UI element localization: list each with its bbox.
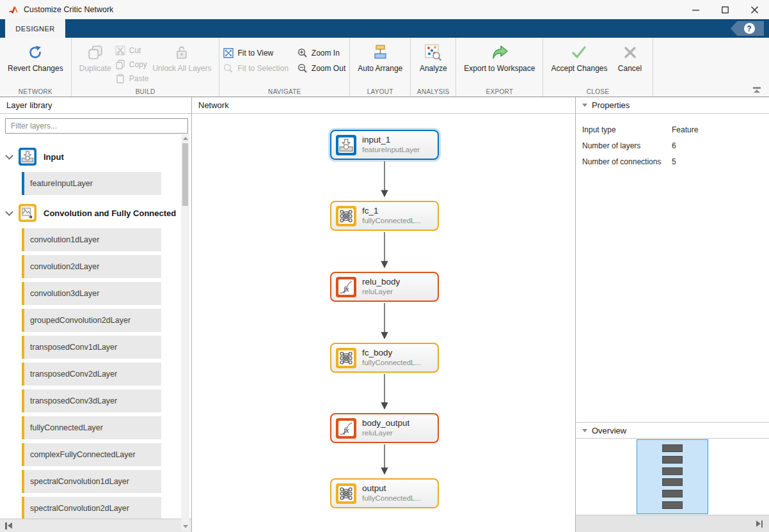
maximize-button[interactable] bbox=[710, 0, 740, 19]
node-relu_body[interactable]: fx relu_body reluLayer bbox=[330, 272, 439, 302]
window-title: Customize Critic Network bbox=[24, 5, 113, 14]
accept-changes-button[interactable]: Accept Changes bbox=[547, 42, 611, 75]
collapse-panel-right-button[interactable] bbox=[756, 520, 763, 528]
node-name: output bbox=[362, 483, 421, 494]
group-label-export: EXPORT bbox=[456, 88, 543, 95]
layer-item-fullyConnectedLayer[interactable]: fullyConnectedLayer bbox=[22, 416, 161, 439]
accent-bar bbox=[22, 172, 24, 195]
layer-item-complexFullyConnectedLayer[interactable]: complexFullyConnectedLayer bbox=[22, 443, 161, 466]
cancel-button[interactable]: Cancel bbox=[612, 42, 649, 75]
chevron-down-icon bbox=[5, 208, 13, 216]
overview-minimap-viewport[interactable] bbox=[637, 439, 708, 514]
copy-button[interactable]: Copy bbox=[115, 59, 149, 70]
category-input[interactable]: Input bbox=[0, 143, 191, 172]
minimize-button[interactable] bbox=[681, 0, 710, 19]
auto-arrange-button[interactable]: Auto Arrange bbox=[354, 42, 406, 75]
zoom-out-label: Zoom Out bbox=[312, 64, 345, 73]
fit-to-view-button[interactable]: Fit to View bbox=[223, 48, 288, 58]
cut-button[interactable]: Cut bbox=[115, 45, 149, 56]
node-output[interactable]: output fullyConnectedL... bbox=[330, 478, 439, 508]
collapse-triangle-icon[interactable] bbox=[582, 104, 587, 107]
toolbar-group-build: Duplicate Cut Copy Paste bbox=[72, 38, 219, 97]
node-name: relu_body bbox=[362, 277, 400, 288]
group-label-close: CLOSE bbox=[543, 88, 652, 95]
scroll-down-icon[interactable] bbox=[183, 525, 188, 528]
fit-to-selection-button[interactable]: Fit to Selection bbox=[223, 63, 288, 74]
node-fc_1[interactable]: fc_1 fullyConnectedL... bbox=[330, 201, 439, 231]
auto-arrange-label: Auto Arrange bbox=[358, 64, 402, 74]
copy-label: Copy bbox=[129, 60, 147, 69]
layer-item-spectralConvolution1dLayer[interactable]: spectralConvolution1dLayer bbox=[22, 470, 161, 493]
layer-item-transposedConv3dLayer[interactable]: transposedConv3dLayer bbox=[22, 389, 161, 412]
overview-title: Overview bbox=[592, 426, 626, 435]
chevron-down-icon bbox=[5, 152, 13, 160]
window-controls bbox=[681, 0, 769, 19]
collapse-ribbon-button[interactable] bbox=[752, 87, 761, 93]
node-fc_body[interactable]: fc_body fullyConnectedL... bbox=[330, 343, 439, 373]
clipboard-buttons: Cut Copy Paste bbox=[115, 42, 149, 84]
fit-to-view-label: Fit to View bbox=[237, 49, 273, 58]
tab-designer[interactable]: DESIGNER bbox=[5, 19, 65, 38]
library-scrollbar[interactable] bbox=[181, 134, 189, 531]
export-to-workspace-label: Export to Workspace bbox=[464, 64, 535, 74]
layer-item-convolution1dLayer[interactable]: convolution1dLayer bbox=[22, 228, 161, 251]
paste-icon bbox=[115, 74, 125, 84]
analyze-label: Analyze bbox=[420, 64, 447, 74]
property-row-number-of-connections: Number of connections 5 bbox=[582, 153, 763, 169]
scrollbar-thumb[interactable] bbox=[182, 143, 188, 206]
group-label-network: NETWORK bbox=[0, 88, 71, 95]
close-button[interactable] bbox=[740, 0, 769, 19]
convolution-category-icon bbox=[19, 204, 36, 222]
unlock-icon bbox=[174, 43, 189, 62]
node-type: fullyConnectedL... bbox=[362, 217, 421, 226]
layer-item-convolution3dLayer[interactable]: convolution3dLayer bbox=[22, 282, 161, 305]
help-button[interactable]: ? bbox=[731, 21, 764, 36]
unlock-all-layers-label: Unlock All Layers bbox=[152, 64, 211, 74]
zoom-out-button[interactable]: Zoom Out bbox=[297, 63, 345, 74]
unlock-all-layers-button[interactable]: Unlock All Layers bbox=[148, 42, 215, 75]
layer-item-transposedConv2dLayer[interactable]: transposedConv2dLayer bbox=[22, 363, 161, 386]
analyze-button[interactable]: Analyze bbox=[415, 42, 452, 75]
fully-connected-layer-icon bbox=[336, 206, 356, 226]
properties-bottom-strip bbox=[576, 515, 769, 532]
filter-wrap bbox=[0, 114, 191, 136]
fully-connected-layer-icon bbox=[336, 483, 356, 504]
duplicate-icon bbox=[87, 43, 104, 62]
category-convolution[interactable]: Convolution and Fully Connected bbox=[0, 199, 191, 228]
toolbar-separator bbox=[653, 38, 653, 97]
filter-layers-input[interactable] bbox=[5, 118, 188, 134]
group-label-layout: LAYOUT bbox=[350, 88, 410, 95]
node-body_output[interactable]: fx body_output reluLayer bbox=[330, 413, 439, 443]
node-type: featureInputLayer bbox=[362, 146, 420, 155]
layer-item-spectralConvolution2dLayer[interactable]: spectralConvolution2dLayer bbox=[22, 497, 161, 519]
auto-arrange-icon bbox=[372, 43, 388, 62]
svg-text:fx: fx bbox=[344, 425, 349, 434]
ribbon-tab-bar: DESIGNER ? bbox=[0, 19, 769, 38]
revert-changes-button[interactable]: Revert Changes bbox=[4, 42, 67, 75]
layer-item-groupedConvolution2dLayer[interactable]: groupedConvolution2dLayer bbox=[22, 309, 161, 332]
category-convolution-label: Convolution and Fully Connected bbox=[44, 208, 176, 218]
collapse-panel-left-button[interactable] bbox=[5, 522, 12, 529]
properties-spacer bbox=[576, 177, 769, 422]
revert-icon bbox=[27, 43, 44, 62]
fit-to-selection-label: Fit to Selection bbox=[237, 64, 288, 73]
zoom-in-button[interactable]: Zoom In bbox=[297, 48, 345, 58]
property-row-input-type: Input type Feature bbox=[582, 121, 763, 137]
close-icon bbox=[751, 6, 758, 13]
group-label-analysis: ANALYSIS bbox=[411, 88, 456, 95]
layer-item-convolution2dLayer[interactable]: convolution2dLayer bbox=[22, 255, 161, 278]
toolbar-group-export: Export to Workspace EXPORT bbox=[456, 38, 543, 97]
node-input_1[interactable]: input_1 featureInputLayer bbox=[330, 130, 439, 160]
export-to-workspace-button[interactable]: Export to Workspace bbox=[460, 42, 539, 75]
layer-item-transposedConv1dLayer[interactable]: transposedConv1dLayer bbox=[22, 336, 161, 359]
layer-item-featureInputLayer[interactable]: featureInputLayer bbox=[22, 172, 161, 195]
scroll-up-icon[interactable] bbox=[183, 137, 188, 140]
zoom-in-label: Zoom In bbox=[312, 49, 340, 58]
network-panel: Network input_1 featureInputLayer bbox=[192, 97, 576, 532]
relu-layer-icon: fx bbox=[336, 277, 356, 297]
duplicate-button[interactable]: Duplicate bbox=[75, 42, 115, 75]
paste-button[interactable]: Paste bbox=[115, 74, 149, 84]
collapse-triangle-icon[interactable] bbox=[582, 429, 587, 432]
minimap-layer bbox=[662, 490, 683, 497]
network-canvas[interactable]: input_1 featureInputLayer fc_1 fullyConn… bbox=[192, 114, 575, 532]
